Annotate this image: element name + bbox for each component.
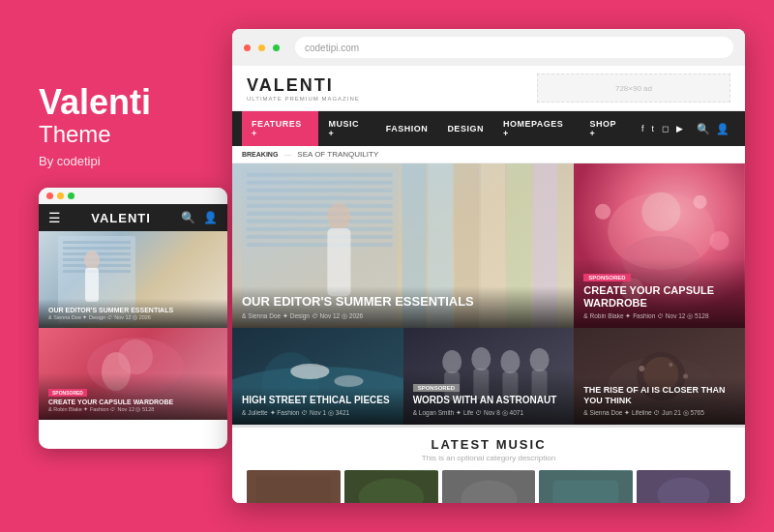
svg-point-39 — [710, 231, 729, 251]
hamburger-icon[interactable]: ☰ — [48, 210, 61, 225]
grid-cell-ethical: HIGH STREET ETHICAL PIECES & Juliette ✦ … — [232, 328, 403, 425]
breaking-text: SEA OF TRANQUILITY — [297, 150, 378, 159]
cell-astronaut-overlay: Sponsored WORDS WITH AN ASTRONAUT & Loga… — [403, 369, 575, 425]
music-card-4 — [539, 470, 633, 503]
svg-rect-64 — [256, 476, 331, 503]
svg-rect-17 — [247, 181, 393, 185]
cell-capsule-overlay: Sponsored CREATE YOUR CAPSULE WARDROBE &… — [574, 258, 745, 328]
music-card-1 — [247, 470, 341, 503]
browser-address-bar[interactable]: codetipi.com — [295, 37, 733, 58]
mini-nav-icons: 🔍 👤 — [181, 211, 218, 224]
music-card-3 — [442, 470, 536, 503]
svg-point-61 — [670, 363, 673, 367]
svg-rect-16 — [247, 173, 393, 177]
nav-user-icon[interactable]: 👤 — [716, 123, 735, 135]
music-strip — [247, 470, 730, 503]
svg-rect-21 — [247, 212, 393, 216]
browser-dot-red — [244, 44, 251, 51]
music-section-title: LATEST MUSIC — [247, 437, 730, 452]
svg-point-45 — [290, 364, 329, 379]
mini-content: OUR EDITOR'S SUMMER ESSENTIALS & Sienna … — [39, 231, 227, 420]
nav-search-icon[interactable]: 🔍 — [691, 123, 716, 135]
mini-post-1-title: OUR EDITOR'S SUMMER ESSENTIALS — [48, 307, 218, 313]
svg-rect-25 — [247, 243, 393, 247]
browser-chrome: codetipi.com — [232, 29, 745, 66]
social-instagram[interactable]: ◻ — [662, 124, 669, 133]
grid-cell-summer: OUR EDITOR'S SUMMER ESSENTIALS & Sienna … — [232, 163, 574, 328]
svg-rect-20 — [247, 204, 393, 208]
mini-post-1-meta: & Sienna Doe ✦ Design ⏱ Nov 12 ◎ 2026 — [48, 314, 218, 320]
social-youtube[interactable]: ▶ — [676, 124, 683, 133]
grid-cell-capsule: Sponsored CREATE YOUR CAPSULE WARDROBE &… — [574, 163, 745, 328]
nav-item-fashion[interactable]: FASHION — [376, 116, 438, 141]
dot-green — [68, 192, 74, 199]
grid-cell-astronaut: Sponsored WORDS WITH AN ASTRONAUT & Loga… — [403, 328, 575, 425]
svg-rect-22 — [247, 220, 393, 223]
cell-summer-meta: & Sienna Doe ✦ Design ⏱ Nov 12 ◎ 2026 — [242, 312, 564, 320]
svg-point-46 — [334, 375, 363, 387]
address-text: codetipi.com — [305, 43, 359, 53]
music-card-5 — [637, 470, 730, 503]
nav-item-music[interactable]: MUSIC + — [318, 111, 375, 146]
mini-post-1: OUR EDITOR'S SUMMER ESSENTIALS & Sienna … — [39, 231, 227, 328]
breaking-bar: BREAKING — SEA OF TRANQUILITY — [232, 146, 745, 163]
user-icon[interactable]: 👤 — [203, 211, 218, 224]
svg-rect-9 — [85, 268, 99, 302]
cell-ai-meta: & Sienna Doe ✦ Lifeline ⏱ Jun 21 ◎ 5765 — [583, 409, 735, 417]
mini-nav: ☰ VALENTI 🔍 👤 — [39, 204, 227, 231]
brand-title: Valenti — [39, 83, 223, 122]
svg-point-12 — [118, 340, 153, 374]
nav-item-design[interactable]: DESIGN — [437, 116, 493, 141]
svg-point-32 — [327, 203, 350, 230]
mini-post-1-overlay: OUR EDITOR'S SUMMER ESSENTIALS & Sienna … — [39, 299, 227, 328]
browser-dot-yellow — [258, 44, 265, 51]
svg-point-41 — [694, 195, 707, 209]
left-panel: Valenti Theme By codetipi ☰ VALENTI 🔍 👤 — [29, 83, 223, 450]
svg-rect-23 — [247, 227, 393, 231]
cell-summer-title: OUR EDITOR'S SUMMER ESSENTIALS — [242, 294, 564, 310]
cell-capsule-tag: Sponsored — [583, 274, 630, 281]
cell-capsule-meta: & Robin Blake ✦ Fashion ⏱ Nov 12 ◎ 5128 — [583, 312, 735, 320]
nav-item-features[interactable]: FEATURES + — [242, 111, 318, 146]
svg-point-36 — [642, 192, 681, 231]
svg-point-60 — [640, 366, 645, 371]
mini-post-2-title: CREATE YOUR CAPSULE WARDROBE — [48, 399, 218, 405]
grid-cell-ai: THE RISE OF AI IS CLOSER THAN YOU THINK … — [574, 328, 745, 425]
cell-ethical-overlay: HIGH STREET ETHICAL PIECES & Juliette ✦ … — [232, 387, 403, 425]
nav-item-shop[interactable]: SHOP + — [580, 111, 634, 146]
cell-ai-title: THE RISE OF AI IS CLOSER THAN YOU THINK — [583, 385, 735, 406]
social-facebook[interactable]: f — [641, 124, 644, 133]
svg-rect-2 — [63, 241, 131, 244]
cell-astronaut-tag: Sponsored — [413, 384, 460, 392]
dot-red — [46, 192, 53, 199]
svg-point-50 — [471, 347, 491, 370]
svg-rect-3 — [63, 247, 131, 250]
cell-ethical-title: HIGH STREET ETHICAL PIECES — [242, 395, 394, 406]
svg-rect-19 — [247, 196, 393, 200]
browser-dot-green — [273, 44, 280, 51]
nav-item-homepages[interactable]: HOMEPAGES + — [493, 111, 580, 146]
svg-point-8 — [84, 251, 100, 270]
cell-ethical-meta: & Juliette ✦ Fashion ⏱ Nov 1 ◎ 3421 — [242, 409, 394, 417]
main-grid: OUR EDITOR'S SUMMER ESSENTIALS & Sienna … — [232, 163, 745, 425]
cell-summer-overlay: OUR EDITOR'S SUMMER ESSENTIALS & Sienna … — [232, 286, 574, 328]
nav-social-icons: f t ◻ ▶ — [634, 124, 691, 133]
svg-point-38 — [595, 204, 610, 220]
social-twitter[interactable]: t — [651, 124, 654, 133]
breaking-label: BREAKING — [242, 151, 278, 158]
nav-bar: FEATURES + MUSIC + FASHION DESIGN HOMEPA… — [232, 111, 745, 146]
music-card-2 — [344, 470, 438, 503]
cell-astronaut-title: WORDS WITH AN ASTRONAUT — [413, 395, 565, 406]
brand-subtitle: Theme — [39, 121, 223, 148]
search-icon[interactable]: 🔍 — [181, 211, 195, 224]
mini-post-2-overlay: Sponsored CREATE YOUR CAPSULE WARDROBE &… — [39, 373, 227, 420]
mini-mockup: ☰ VALENTI 🔍 👤 — [39, 188, 227, 449]
site-logo-block: VALENTI ULTIMATE PREMIUM MAGAZINE — [247, 75, 360, 102]
svg-rect-70 — [553, 481, 619, 503]
site-header: VALENTI ULTIMATE PREMIUM MAGAZINE 728×90… — [232, 66, 745, 111]
mini-dots-bar — [39, 188, 227, 204]
site-ad-banner: 728×90 ad — [537, 74, 730, 103]
cell-capsule-title: CREATE YOUR CAPSULE WARDROBE — [583, 284, 735, 310]
mini-post-2-tag: Sponsored — [48, 389, 87, 397]
browser-mockup: codetipi.com VALENTI ULTIMATE PREMIUM MA… — [232, 29, 745, 503]
